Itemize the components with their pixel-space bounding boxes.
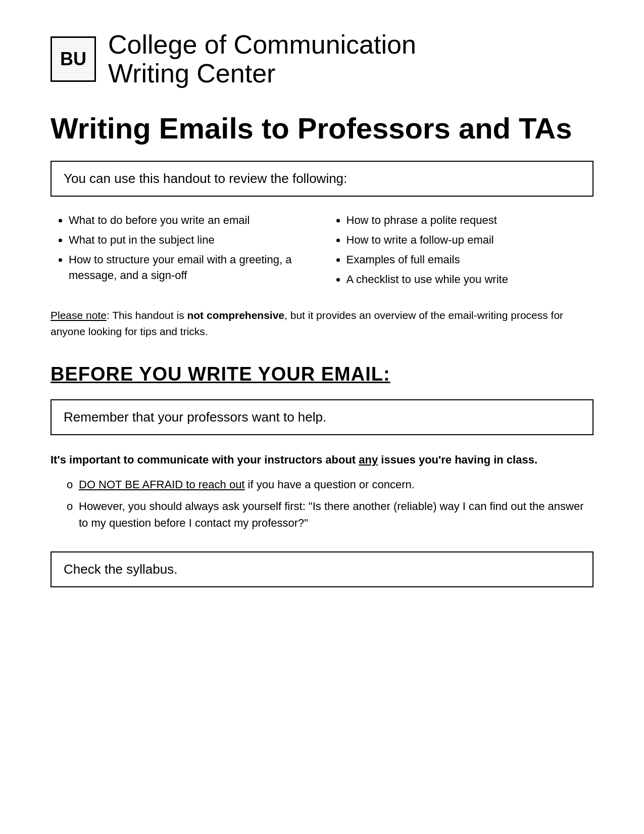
do-not-be-afraid-text: DO NOT BE AFRAID to reach out bbox=[79, 478, 245, 491]
list-item: What to put in the subject line bbox=[69, 233, 312, 248]
list-item: However, you should always ask yourself … bbox=[67, 498, 593, 531]
header-text: College of Communication Writing Center bbox=[108, 30, 416, 88]
list-item: DO NOT BE AFRAID to reach out if you hav… bbox=[67, 476, 593, 493]
bullet-column-left: What to do before you write an email Wha… bbox=[55, 213, 312, 291]
not-comprehensive-text: not comprehensive bbox=[187, 309, 284, 321]
bullet-section: What to do before you write an email Wha… bbox=[51, 213, 593, 291]
remember-box: Remember that your professors want to he… bbox=[51, 399, 593, 435]
list-item: How to write a follow-up email bbox=[346, 233, 590, 248]
check-syllabus-box: Check the syllabus. bbox=[51, 551, 593, 587]
sub-bullet-list: DO NOT BE AFRAID to reach out if you hav… bbox=[51, 476, 593, 531]
check-syllabus-text: Check the syllabus. bbox=[64, 562, 177, 577]
page-title: Writing Emails to Professors and TAs bbox=[51, 112, 593, 145]
important-paragraph: It's important to communicate with your … bbox=[51, 451, 593, 468]
list-item: Examples of full emails bbox=[346, 252, 590, 268]
please-note-paragraph: Please note: This handout is not compreh… bbox=[51, 307, 593, 339]
any-underline: any bbox=[359, 453, 378, 466]
remember-box-text: Remember that your professors want to he… bbox=[64, 409, 326, 425]
list-item: How to structure your email with a greet… bbox=[69, 252, 312, 284]
header-line1: College of Communication bbox=[108, 30, 416, 59]
intro-box-text: You can use this handout to review the f… bbox=[64, 171, 347, 186]
header-line2: Writing Center bbox=[108, 59, 416, 88]
right-list: How to phrase a polite request How to wr… bbox=[332, 213, 590, 287]
please-note-label: Please note bbox=[51, 309, 107, 321]
bullet-column-right: How to phrase a polite request How to wr… bbox=[332, 213, 590, 291]
section-heading: BEFORE YOU WRITE YOUR EMAIL: bbox=[51, 363, 593, 385]
bu-logo: BU bbox=[51, 36, 96, 82]
left-list: What to do before you write an email Wha… bbox=[55, 213, 312, 283]
list-item: How to phrase a polite request bbox=[346, 213, 590, 228]
intro-box: You can use this handout to review the f… bbox=[51, 161, 593, 197]
page-header: BU College of Communication Writing Cent… bbox=[51, 30, 593, 88]
list-item: A checklist to use while you write bbox=[346, 272, 590, 288]
list-item: What to do before you write an email bbox=[69, 213, 312, 228]
